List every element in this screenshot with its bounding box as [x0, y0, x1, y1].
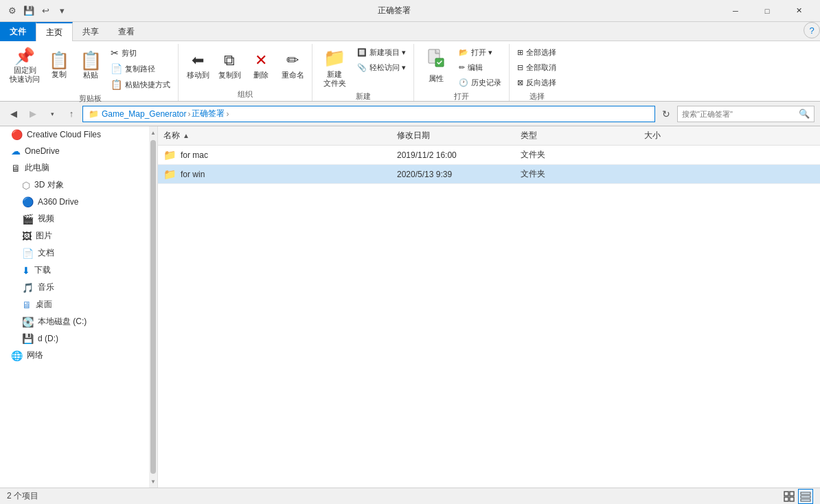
qa-dropdown-btn[interactable]: ▾ [55, 4, 69, 18]
folder-icon-win: 📁 [163, 168, 176, 181]
sidebar-item-documents[interactable]: 📄 文档 [0, 244, 149, 262]
file-name-cell-mac: 📁 for mac [158, 149, 391, 161]
qa-save-btn[interactable]: 💾 [22, 4, 36, 18]
btn-paste-shortcut[interactable]: 📋 粘贴快捷方式 [107, 77, 174, 92]
sidebar-item-desktop[interactable]: 🖥 桌面 [0, 296, 149, 313]
file-row-for-win[interactable]: 📁 for win 2020/5/13 9:39 文件夹 [158, 165, 820, 184]
col-header-name[interactable]: 名称 ▲ [158, 130, 391, 141]
new-content: 📁 新建文件夹 🔲 新建项目 ▾ 📎 轻松访问 ▾ [317, 45, 409, 90]
back-button[interactable]: ◀ [5, 106, 22, 122]
path-current[interactable]: 正确签署 [192, 108, 225, 119]
move-icon: ⬅ [192, 51, 204, 69]
sidebar-item-network[interactable]: 🌐 网络 [0, 347, 149, 364]
desktop-icon: 🖥 [22, 299, 32, 310]
sidebar-item-onedrive[interactable]: ☁ OneDrive [0, 143, 149, 159]
file-row-for-mac[interactable]: 📁 for mac 2019/11/2 16:00 文件夹 [158, 146, 820, 165]
maximize-button[interactable]: □ [751, 0, 783, 22]
btn-edit[interactable]: ✏ 编辑 [455, 60, 505, 75]
sidebar-item-a360[interactable]: 🔵 A360 Drive [0, 194, 149, 210]
sidebar-item-picture[interactable]: 🖼 图片 [0, 227, 149, 244]
col-header-type[interactable]: 类型 [515, 130, 639, 141]
qa-undo-btn[interactable]: ↩ [38, 4, 52, 18]
btn-easy-access[interactable]: 📎 轻松访问 ▾ [354, 60, 409, 75]
address-path[interactable]: 📁 Game_Map_Generator › 正确签署 › [82, 106, 655, 122]
col-header-date[interactable]: 修改日期 [391, 130, 515, 141]
path-folder-icon: 📁 [89, 109, 99, 119]
paste-icon: 📋 [80, 51, 102, 69]
btn-copy[interactable]: 📋 复制 [44, 45, 74, 87]
tab-view[interactable]: 查看 [109, 22, 144, 41]
sidebar-scroll-up[interactable]: ▲ [149, 126, 157, 139]
svg-rect-2 [784, 492, 788, 496]
search-input[interactable] [682, 110, 796, 118]
paste-shortcut-icon: 📋 [111, 79, 122, 90]
open-label: 打开 [418, 91, 505, 103]
col-date-label: 修改日期 [397, 130, 430, 140]
sidebar-label-3d: 3D 对象 [34, 179, 64, 191]
btn-history[interactable]: 🕐 历史记录 [455, 76, 505, 90]
col-size-label: 大小 [644, 130, 661, 140]
path-root[interactable]: Game_Map_Generator [102, 109, 186, 119]
recent-locations-button[interactable]: ▾ [44, 106, 60, 122]
btn-open[interactable]: 📂 打开 ▾ [455, 45, 505, 60]
qa-properties-btn[interactable]: ⚙ [5, 4, 19, 18]
file-name-cell-win: 📁 for win [158, 168, 391, 181]
sidebar-label-thispc: 此电脑 [25, 162, 49, 174]
help-button[interactable]: ? [804, 22, 820, 38]
btn-pin-quickaccess[interactable]: 📌 固定到快速访问 [7, 45, 43, 87]
sidebar-item-3d[interactable]: ⬡ 3D 对象 [0, 176, 149, 194]
btn-rename[interactable]: ✏ 重命名 [277, 45, 308, 87]
file-type-win: 文件夹 [515, 168, 639, 180]
forward-button[interactable]: ▶ [25, 106, 41, 122]
up-button[interactable]: ↑ [63, 106, 80, 122]
organize-label: 组织 [183, 89, 308, 101]
sidebar-item-video[interactable]: 🎬 视频 [0, 210, 149, 227]
view-btn-list[interactable] [798, 489, 813, 504]
view-btn-icons[interactable] [782, 489, 797, 504]
search-box: 🔍 [677, 106, 815, 122]
btn-move-to[interactable]: ⬅ 移动到 [183, 45, 213, 87]
minimize-button[interactable]: ─ [720, 0, 751, 22]
svg-rect-6 [801, 492, 810, 494]
sidebar-item-diskc[interactable]: 💽 本地磁盘 (C:) [0, 313, 149, 330]
pin-icon: 📌 [14, 48, 35, 65]
btn-cut[interactable]: ✂ 剪切 [107, 45, 174, 60]
close-button[interactable]: ✕ [783, 0, 815, 22]
copy-to-icon: ⧉ [224, 51, 235, 69]
btn-new-item[interactable]: 🔲 新建项目 ▾ [354, 45, 409, 60]
sidebar-scroll-down[interactable]: ▼ [149, 475, 157, 488]
svg-rect-3 [790, 492, 794, 496]
sidebar-item-downloads[interactable]: ⬇ 下载 [0, 262, 149, 279]
btn-copy-path[interactable]: 📄 复制路径 [107, 61, 174, 76]
btn-select-none[interactable]: ⊟ 全部取消 [514, 60, 560, 75]
btn-properties[interactable]: 属性 [418, 45, 454, 87]
btn-delete[interactable]: ✕ 删除 [246, 45, 276, 87]
window-controls: ─ □ ✕ [720, 0, 815, 22]
history-icon: 🕐 [459, 78, 468, 87]
btn-paste[interactable]: 📋 粘贴 [76, 45, 106, 87]
diskd-icon: 💾 [22, 333, 34, 344]
sidebar-item-diskd[interactable]: 💾 d (D:) [0, 330, 149, 347]
invert-icon: ⊠ [517, 78, 523, 87]
sidebar-item-thispc[interactable]: 🖥 此电脑 [0, 159, 149, 176]
sidebar-label-onedrive: OneDrive [25, 146, 60, 156]
btn-new-folder[interactable]: 📁 新建文件夹 [317, 45, 352, 90]
sidebar-item-creative-cloud[interactable]: 🔴 Creative Cloud Files [0, 126, 149, 143]
btn-select-all[interactable]: ⊞ 全部选择 [514, 45, 560, 60]
ribbon-group-open: 属性 📂 打开 ▾ ✏ 编辑 🕐 历史记录 打开 [414, 44, 510, 101]
btn-copy-to[interactable]: ⧉ 复制到 [214, 45, 244, 87]
ribbon-group-clipboard: 📌 固定到快速访问 📋 复制 📋 粘贴 ✂ 剪切 📄 复制路径 [3, 44, 179, 101]
thispc-icon: 🖥 [11, 163, 21, 174]
tab-file[interactable]: 文件 [0, 22, 36, 41]
file-date-win: 2020/5/13 9:39 [391, 170, 515, 179]
onedrive-icon: ☁ [11, 146, 21, 157]
tab-home[interactable]: 主页 [36, 22, 73, 41]
refresh-button[interactable]: ↻ [658, 106, 674, 122]
tab-share[interactable]: 共享 [73, 22, 109, 41]
sidebar-label-video: 视频 [38, 213, 54, 225]
title-bar: ⚙ 💾 ↩ ▾ 正确签署 ─ □ ✕ [0, 0, 820, 22]
col-header-size[interactable]: 大小 [639, 130, 721, 141]
properties-icon [426, 48, 446, 73]
sidebar-item-music[interactable]: 🎵 音乐 [0, 279, 149, 296]
btn-invert-select[interactable]: ⊠ 反向选择 [514, 76, 560, 90]
